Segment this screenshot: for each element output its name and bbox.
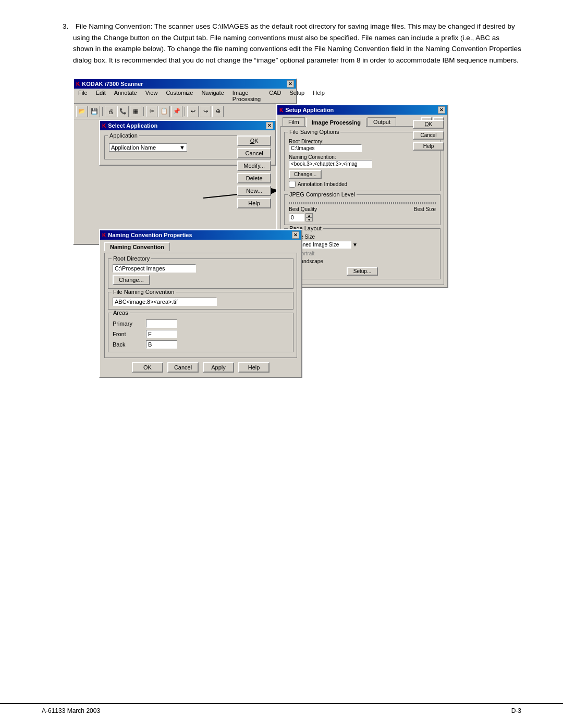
menu-edit[interactable]: Edit <box>94 89 108 103</box>
naming-conv-close[interactable]: ✕ <box>292 231 299 239</box>
scanner-menu: File Edit Annotate View Customize Naviga… <box>74 89 296 104</box>
naming-conv-label: Naming Convention: <box>289 154 436 160</box>
menu-image-processing[interactable]: Image Processing <box>230 89 263 103</box>
front-label: Front <box>113 331 144 337</box>
select-app-titlebar: K Select Application ✕ <box>100 121 275 130</box>
select-app-cancel-btn[interactable]: Cancel <box>237 148 271 158</box>
menu-view[interactable]: View <box>143 89 160 103</box>
areas-group-label: Areas <box>112 310 130 316</box>
file-naming-group-label: File Naming Convention <box>112 289 176 295</box>
select-application-dialog: K Select Application ✕ Application Appli… <box>99 120 276 166</box>
application-name-dropdown[interactable]: Application Name ▼ <box>109 143 187 152</box>
jpeg-compression-group: JPEG Compression Level Best Quality Best… <box>284 194 440 225</box>
file-naming-group: File Naming Convention <box>108 292 293 310</box>
toolbar-sep2 <box>143 107 144 116</box>
setup-app-titlebar: K Setup Application ✕ <box>277 105 447 115</box>
naming-change-btn[interactable]: Change... <box>113 275 150 285</box>
toolbar-copy[interactable]: 📋 <box>158 106 170 117</box>
areas-group: Areas Primary Front Back <box>108 313 293 352</box>
naming-conv-body: Naming Convention Root Directory Change.… <box>100 240 301 377</box>
primary-label: Primary <box>113 320 144 327</box>
naming-conv-titlebar: K Naming Convention Properties ✕ <box>100 230 301 240</box>
menu-setup[interactable]: Setup <box>287 89 307 103</box>
root-dir-group-label: Root Directory <box>112 255 151 262</box>
select-app-body: Application Application Name ▼ OK Cancel… <box>100 130 275 165</box>
back-input[interactable] <box>146 340 177 349</box>
application-group-label: Application <box>108 132 139 139</box>
jpeg-value-input[interactable] <box>289 214 304 221</box>
menu-cad[interactable]: CAD <box>267 89 283 103</box>
toolbar-save[interactable]: 💾 <box>89 106 100 117</box>
select-app-new-btn[interactable]: New... <box>237 186 271 196</box>
spinner-down[interactable]: ▼ <box>305 217 313 221</box>
setup-cancel-btn[interactable]: Cancel <box>413 131 444 140</box>
jpeg-spinner[interactable]: ▲ ▼ <box>305 213 313 221</box>
select-app-delete-btn[interactable]: Delete <box>237 173 271 183</box>
toolbar-circle[interactable]: ⊕ <box>212 106 224 117</box>
portrait-radio[interactable]: Portrait <box>289 250 436 257</box>
naming-conv-input[interactable] <box>289 160 372 168</box>
primary-input[interactable] <box>146 319 177 328</box>
select-app-help-btn[interactable]: Help <box>237 198 271 208</box>
spinner-up[interactable]: ▲ <box>305 213 313 217</box>
menu-navigate[interactable]: Navigate <box>199 89 226 103</box>
scanner-titlebar: K KODAK i7300 Scanner ✕ <box>74 79 296 89</box>
naming-conv-tab[interactable]: Naming Convention <box>104 242 170 251</box>
tab-image-processing[interactable]: Image Processing <box>306 118 366 127</box>
menu-help[interactable]: Help <box>311 89 327 103</box>
root-dir-input[interactable] <box>289 144 362 152</box>
tab-output[interactable]: Output <box>368 117 396 126</box>
toolbar-cut[interactable]: ✂ <box>146 106 157 117</box>
scanner-close-btn[interactable]: ✕ <box>287 80 294 88</box>
menu-annotate[interactable]: Annotate <box>112 89 139 103</box>
scanner-toolbar: 📂 💾 🖨 📞 ▦ ✂ 📋 📌 ↩ ↪ ⊕ <box>74 104 296 119</box>
toolbar-open[interactable]: 📂 <box>76 106 88 117</box>
front-input[interactable] <box>146 330 177 338</box>
toolbar-undo[interactable]: ↩ <box>187 106 199 117</box>
page-layout-group: Page Layout Image Size ▼ Portrait <box>284 228 440 279</box>
change-btn[interactable]: Change... <box>289 170 322 179</box>
jpeg-slider[interactable] <box>289 202 436 204</box>
tab-film[interactable]: Film <box>283 117 305 126</box>
setup-app-close[interactable]: ✕ <box>438 106 445 114</box>
toolbar-sep3 <box>185 107 185 116</box>
toolbar-5[interactable]: ▦ <box>130 106 141 117</box>
naming-ok-btn[interactable]: OK <box>132 362 163 373</box>
naming-root-dir-input[interactable] <box>113 264 196 273</box>
select-app-ok-btn[interactable]: OK <box>237 135 271 146</box>
landscape-radio[interactable]: Landscape <box>289 258 436 265</box>
body-paragraph: 3. File Naming Convention: The scanner u… <box>42 21 521 66</box>
select-app-close[interactable]: ✕ <box>266 122 273 129</box>
image-size-dropdown-btn[interactable]: ▼ <box>352 242 358 248</box>
file-naming-input[interactable] <box>113 298 217 306</box>
root-dir-group: Root Directory Change... <box>108 258 293 289</box>
setup-help-btn[interactable]: Help <box>413 142 444 151</box>
toolbar-paste[interactable]: 📌 <box>171 106 182 117</box>
setup-app-body: Film Image Processing Output ◄ ► File Sa… <box>277 115 447 287</box>
screenshot-area: K KODAK i7300 Scanner ✕ File Edit Annota… <box>73 78 480 344</box>
toolbar-redo[interactable]: ↪ <box>200 106 211 117</box>
toolbar-sep1 <box>102 107 103 116</box>
toolbar-print[interactable]: 🖨 <box>105 106 116 117</box>
image-size-label: Image Size <box>289 234 436 240</box>
setup-btn[interactable]: Setup... <box>347 267 378 276</box>
footer: A-61133 March 2003 D-3 <box>0 703 563 718</box>
file-saving-label: File Saving Options <box>288 129 340 135</box>
footer-right: D-3 <box>511 707 521 714</box>
select-app-modify-btn[interactable]: Modify... <box>237 161 271 171</box>
menu-file[interactable]: File <box>76 89 90 103</box>
naming-apply-btn[interactable]: Apply <box>203 362 234 373</box>
naming-help-btn[interactable]: Help <box>238 362 270 373</box>
jpeg-label: JPEG Compression Level <box>288 191 357 198</box>
naming-cancel-btn[interactable]: Cancel <box>167 362 199 373</box>
footer-left: A-61133 March 2003 <box>42 707 100 714</box>
menu-customize[interactable]: Customize <box>164 89 195 103</box>
annotation-checkbox[interactable]: Annotation Imbedded <box>289 181 436 188</box>
back-label: Back <box>113 341 144 348</box>
toolbar-phone[interactable]: 📞 <box>117 106 129 117</box>
naming-convention-dialog: K Naming Convention Properties ✕ Naming … <box>99 229 302 378</box>
setup-ok-btn[interactable]: OK <box>413 120 444 129</box>
